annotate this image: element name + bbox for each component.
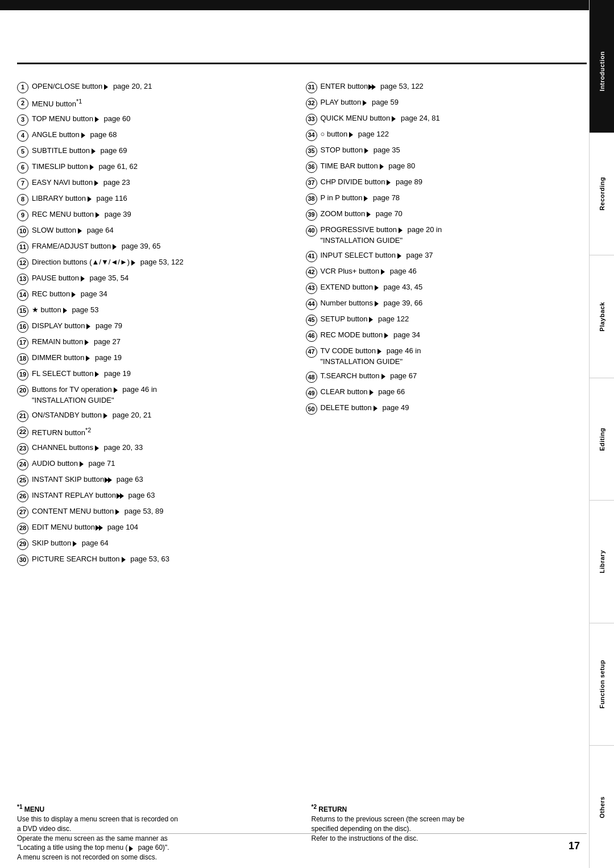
right-column: 31ENTER button page 53, 12232PLAY button…: [306, 81, 583, 570]
item-number: 11: [17, 242, 28, 253]
item-text: EXTEND button page 43, 45: [321, 282, 583, 293]
item-text: CONTENT MENU button page 53, 89: [32, 506, 294, 517]
list-item: 41INPUT SELECT button page 37: [306, 250, 583, 262]
item-number: 4: [17, 130, 28, 142]
item-text: RETURN button*2: [32, 426, 294, 439]
item-number: 7: [17, 178, 28, 189]
list-item: 22RETURN button*2: [17, 426, 294, 439]
single-arrow-icon: [363, 195, 370, 202]
item-text: MENU button*1: [32, 97, 294, 110]
item-number: 29: [17, 539, 28, 550]
item-text: PICTURE SEARCH button page 53, 63: [32, 554, 294, 565]
item-text: TOP MENU button page 60: [32, 114, 294, 125]
item-text: SKIP button page 64: [32, 538, 294, 549]
list-item: 50DELETE button page 49: [306, 403, 583, 415]
item-text: CLEAR button page 66: [321, 387, 583, 398]
footnote-line: a DVD video disc.: [17, 824, 289, 834]
single-arrow-icon: [383, 332, 391, 339]
list-item: 32PLAY button page 59: [306, 97, 583, 109]
single-arrow-icon: [362, 99, 369, 106]
list-item: 40PROGRESSIVE button page 20 in"INSTALLA…: [306, 225, 583, 246]
item-number: 25: [17, 475, 28, 486]
list-item: 27CONTENT MENU button page 53, 89: [17, 506, 294, 518]
top-rule: [17, 63, 587, 64]
item-text: SETUP button page 122: [321, 314, 583, 325]
single-arrow-icon: [385, 179, 393, 186]
item-text: EDIT MENU button page 104: [32, 522, 294, 533]
item-text: SLOW button page 64: [32, 225, 294, 236]
single-arrow-icon: [62, 307, 69, 314]
single-arrow-icon: [128, 845, 135, 852]
item-number: 21: [17, 411, 28, 422]
item-number: 40: [306, 225, 317, 237]
sidebar-section-library: Library: [590, 501, 614, 623]
item-text: ★ button page 53: [32, 305, 294, 316]
single-arrow-icon: [374, 300, 381, 307]
item-number: 12: [17, 258, 28, 269]
footnote-line: Returns to the previous screen (the scre…: [312, 815, 583, 824]
item-number: 49: [306, 387, 317, 399]
single-arrow-icon: [78, 460, 86, 468]
list-item: 14REC button page 34: [17, 289, 294, 301]
single-arrow-icon: [93, 179, 101, 187]
single-arrow-icon: [368, 316, 375, 323]
footnote-marker: *1: [76, 98, 82, 105]
single-arrow-icon: [368, 388, 376, 396]
list-item: 5SUBTITLE button page 69: [17, 146, 294, 158]
item-number: 26: [17, 491, 28, 502]
item-number: 17: [17, 337, 28, 349]
list-item: 19FL SELECT button page 19: [17, 369, 294, 381]
single-arrow-icon: [397, 226, 405, 234]
item-text: TIME BAR button page 80: [321, 161, 583, 172]
list-item: 47TV CODE button page 46 in"INSTALLATION…: [306, 346, 583, 367]
single-arrow-icon: [113, 386, 120, 394]
list-item: 18DIMMER button page 19: [17, 353, 294, 365]
list-item: 26INSTANT REPLAY button page 63: [17, 490, 294, 502]
list-item: 36TIME BAR button page 80: [306, 161, 583, 173]
item-number: 50: [306, 403, 317, 415]
item-text: FRAME/ADJUST button page 39, 65: [32, 241, 294, 252]
item-number: 3: [17, 114, 28, 126]
item-text: TIMESLIP button page 61, 62: [32, 162, 294, 172]
list-item: 21ON/STANDBY button page 20, 21: [17, 410, 294, 422]
item-text: FL SELECT button page 19: [32, 369, 294, 379]
list-item: 3TOP MENU button page 60: [17, 114, 294, 126]
item-number: 44: [306, 299, 317, 310]
single-arrow-icon: [366, 210, 373, 218]
single-arrow-icon: [80, 275, 87, 282]
list-item: 31ENTER button page 53, 122: [306, 81, 583, 93]
item-number: 41: [306, 251, 317, 262]
single-arrow-icon: [84, 338, 91, 346]
sidebar-label-introduction: Introduction: [599, 51, 605, 91]
item-text: QUICK MENU button page 24, 81: [321, 113, 583, 124]
item-text: CHANNEL buttons page 20, 33: [32, 443, 294, 453]
list-item: 13PAUSE button page 35, 54: [17, 273, 294, 285]
item-text: DELETE button page 49: [321, 403, 583, 414]
item-number: 2: [17, 98, 28, 109]
item-text: TV CODE button page 46 in"INSTALLATION G…: [321, 346, 583, 367]
item-number: 39: [306, 209, 317, 221]
item-text: INSTANT REPLAY button page 63: [32, 490, 294, 501]
item-number: 14: [17, 290, 28, 301]
footnote-line: Use this to display a menu screen that i…: [17, 815, 289, 824]
sidebar-section-recording: Recording: [590, 133, 614, 256]
single-arrow-icon: [121, 556, 128, 563]
item-number: 22: [17, 427, 28, 438]
single-arrow-icon: [94, 370, 101, 378]
list-item: 1OPEN/CLOSE button page 20, 21: [17, 81, 294, 93]
item-text: ENTER button page 53, 122: [321, 81, 583, 92]
list-item: 45SETUP button page 122: [306, 314, 583, 326]
item-text: VCR Plus+ button page 46: [321, 266, 583, 277]
single-arrow-icon: [94, 211, 102, 218]
single-arrow-icon: [86, 195, 94, 202]
item-text: P in P button page 78: [321, 193, 583, 204]
sidebar-label-recording: Recording: [599, 177, 605, 210]
item-text: EASY NAVI button page 23: [32, 177, 294, 188]
list-item: 34○ button page 122: [306, 129, 583, 141]
list-item: 35STOP button page 35: [306, 145, 583, 157]
list-item: 15★ button page 53: [17, 305, 294, 317]
item-text: Direction buttons (▲/▼/◄/►) page 53, 122: [32, 257, 294, 268]
item-number: 42: [306, 267, 317, 278]
single-arrow-icon: [380, 373, 388, 380]
item-number: 34: [306, 130, 317, 141]
